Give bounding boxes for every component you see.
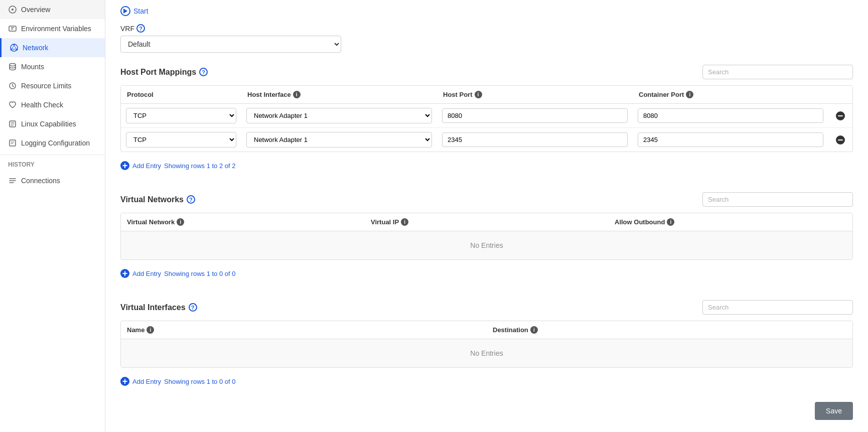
env-icon bbox=[8, 24, 17, 33]
virtual-interfaces-no-entries: No Entries bbox=[121, 339, 852, 367]
col-container-port: Container Port i bbox=[633, 86, 828, 103]
row1-protocol-select[interactable]: TCPUDP bbox=[126, 108, 236, 123]
start-button[interactable]: Start bbox=[120, 6, 149, 16]
health-icon bbox=[8, 100, 17, 109]
host-port-add-entry-button[interactable]: Add Entry bbox=[132, 162, 161, 170]
linux-icon bbox=[8, 119, 17, 128]
svg-line-10 bbox=[14, 46, 17, 50]
host-port-mappings-table-header: Protocol Host Interface i Host Port i Co… bbox=[121, 86, 852, 104]
row2-remove-button[interactable] bbox=[828, 131, 852, 149]
connections-icon bbox=[8, 176, 17, 185]
host-port-info-icon[interactable]: i bbox=[475, 91, 482, 98]
virtual-networks-table: Virtual Network i Virtual IP i Allow Out… bbox=[120, 213, 853, 260]
resource-icon bbox=[8, 81, 17, 90]
svg-point-1 bbox=[12, 9, 14, 11]
sidebar-item-env-vars[interactable]: Environment Variables bbox=[0, 19, 105, 38]
save-button[interactable]: Save bbox=[815, 402, 853, 420]
col-host-port: Host Port i bbox=[437, 86, 633, 103]
overview-icon bbox=[8, 5, 17, 14]
svg-rect-14 bbox=[10, 140, 16, 146]
sidebar-item-linux-caps[interactable]: Linux Capabilities bbox=[0, 114, 105, 133]
host-interface-info-icon[interactable]: i bbox=[293, 91, 301, 98]
row2-interface-select[interactable]: Network Adapter 1 bbox=[246, 132, 432, 148]
virtual-networks-section: Virtual Networks ? Virtual Network i Vir… bbox=[120, 192, 853, 282]
destination-info-icon[interactable]: i bbox=[530, 326, 538, 334]
col-remove bbox=[828, 86, 852, 103]
sidebar-item-network[interactable]: Network bbox=[0, 38, 105, 57]
row2-protocol-cell: TCPUDP bbox=[121, 128, 241, 152]
vrf-select[interactable]: Default bbox=[120, 36, 341, 53]
virtual-networks-help-icon[interactable]: ? bbox=[187, 195, 195, 204]
host-port-add-icon[interactable]: + bbox=[120, 161, 129, 170]
virtual-network-info-icon[interactable]: i bbox=[177, 218, 184, 226]
col-virtual-ip: Virtual IP i bbox=[365, 213, 609, 231]
sidebar-item-logging[interactable]: Logging Configuration bbox=[0, 133, 105, 153]
virtual-interfaces-table-header: Name i Destination i bbox=[121, 321, 852, 339]
row2-container-port-input[interactable] bbox=[638, 132, 823, 147]
name-info-icon[interactable]: i bbox=[147, 326, 154, 334]
host-port-add-entry-row: + Add Entry Showing rows 1 to 2 of 2 bbox=[120, 157, 853, 174]
virtual-networks-add-entry-row: + Add Entry Showing rows 1 to 0 of 0 bbox=[120, 265, 853, 282]
row1-interface-select[interactable]: Network Adapter 1 bbox=[246, 108, 432, 123]
virtual-networks-table-header: Virtual Network i Virtual IP i Allow Out… bbox=[121, 213, 852, 231]
network-icon bbox=[10, 43, 19, 52]
row1-remove-button[interactable] bbox=[828, 107, 852, 125]
virtual-interfaces-title: Virtual Interfaces ? bbox=[120, 303, 197, 312]
row1-host-port-input[interactable] bbox=[442, 108, 628, 123]
col-name: Name i bbox=[121, 321, 487, 339]
sidebar-item-health-check[interactable]: Health Check bbox=[0, 95, 105, 114]
row2-protocol-select[interactable]: TCPUDP bbox=[126, 132, 236, 148]
mounts-icon bbox=[8, 62, 17, 71]
virtual-networks-title: Virtual Networks ? bbox=[120, 195, 195, 204]
virtual-interfaces-showing-rows: Showing rows 1 to 0 of 0 bbox=[164, 378, 235, 385]
container-port-info-icon[interactable]: i bbox=[686, 91, 693, 98]
col-protocol: Protocol bbox=[121, 86, 241, 103]
start-icon bbox=[120, 6, 130, 16]
header-row: Start bbox=[120, 0, 853, 24]
virtual-interfaces-section: Virtual Interfaces ? Name i Destination … bbox=[120, 300, 853, 390]
table-row: TCPUDP Network Adapter 1 bbox=[121, 128, 852, 152]
allow-outbound-info-icon[interactable]: i bbox=[667, 218, 674, 226]
svg-point-6 bbox=[14, 44, 15, 46]
virtual-interfaces-add-entry-button[interactable]: Add Entry bbox=[132, 378, 161, 385]
sidebar-item-mounts[interactable]: Mounts bbox=[0, 57, 105, 76]
virtual-networks-add-icon[interactable]: + bbox=[120, 269, 129, 278]
virtual-networks-search[interactable] bbox=[702, 192, 853, 207]
host-port-mappings-header: Host Port Mappings ? bbox=[120, 65, 853, 79]
vrf-label: VRF ? bbox=[120, 24, 853, 33]
virtual-interfaces-search[interactable] bbox=[702, 300, 853, 315]
svg-rect-2 bbox=[9, 26, 16, 31]
row2-host-port-input[interactable] bbox=[442, 132, 628, 147]
virtual-networks-header: Virtual Networks ? bbox=[120, 192, 853, 207]
host-port-mappings-search[interactable] bbox=[702, 65, 853, 79]
col-allow-outbound: Allow Outbound i bbox=[609, 213, 852, 231]
row2-container-port-cell bbox=[633, 128, 828, 151]
row1-container-port-cell bbox=[633, 104, 828, 127]
virtual-networks-showing-rows: Showing rows 1 to 0 of 0 bbox=[164, 270, 235, 277]
history-section-label: History bbox=[0, 155, 105, 171]
svg-line-9 bbox=[12, 46, 14, 50]
virtual-networks-add-entry-button[interactable]: Add Entry bbox=[132, 270, 161, 277]
virtual-ip-info-icon[interactable]: i bbox=[401, 218, 408, 226]
table-row: TCPUDP Network Adapter 1 bbox=[121, 104, 852, 128]
host-port-mappings-help-icon[interactable]: ? bbox=[199, 68, 208, 76]
main-content: Start VRF ? Default Host Port Mappings ?… bbox=[105, 0, 868, 432]
row2-host-port-cell bbox=[437, 128, 633, 151]
virtual-networks-no-entries: No Entries bbox=[121, 231, 852, 259]
sidebar-item-connections[interactable]: Connections bbox=[0, 171, 105, 190]
row1-protocol-cell: TCPUDP bbox=[121, 104, 241, 127]
sidebar-item-overview[interactable]: Overview bbox=[0, 0, 105, 19]
virtual-interfaces-header: Virtual Interfaces ? bbox=[120, 300, 853, 315]
host-port-mappings-section: Host Port Mappings ? Protocol Host Inter… bbox=[120, 65, 853, 174]
row1-container-port-input[interactable] bbox=[638, 108, 823, 123]
host-port-mappings-table: Protocol Host Interface i Host Port i Co… bbox=[120, 85, 853, 152]
virtual-interfaces-help-icon[interactable]: ? bbox=[189, 303, 197, 312]
virtual-interfaces-add-icon[interactable]: + bbox=[120, 377, 129, 386]
host-port-showing-rows: Showing rows 1 to 2 of 2 bbox=[164, 162, 235, 170]
sidebar-item-resource-limits[interactable]: Resource Limits bbox=[0, 76, 105, 95]
vrf-section: VRF ? Default bbox=[120, 24, 853, 53]
col-virtual-network: Virtual Network i bbox=[121, 213, 365, 231]
vrf-help-icon[interactable]: ? bbox=[136, 24, 145, 33]
col-destination: Destination i bbox=[487, 321, 852, 339]
svg-marker-15 bbox=[123, 9, 127, 14]
